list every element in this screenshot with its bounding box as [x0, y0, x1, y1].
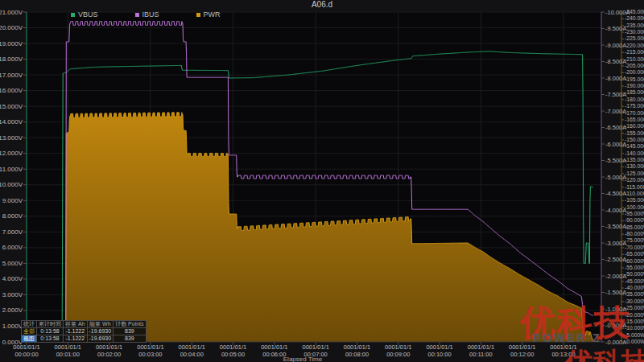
- chart-canvas[interactable]: 21.000V20.000V19.000V18.000V17.000V16.00…: [0, 0, 644, 362]
- svg-text:0001/01/1: 0001/01/1: [509, 343, 535, 351]
- svg-text:7.000V: 7.000V: [2, 228, 23, 236]
- svg-text:-125.000W: -125.000W: [625, 171, 644, 176]
- svg-text:-235.000W: -235.000W: [625, 23, 644, 28]
- axis-voltage-labels: 21.000V20.000V19.000V18.000V17.000V16.00…: [0, 9, 27, 346]
- svg-text:-195.000W: -195.000W: [625, 76, 644, 82]
- svg-text:-155.000W: -155.000W: [625, 130, 644, 136]
- svg-text:8.000V: 8.000V: [2, 212, 23, 220]
- svg-text:-45.000W: -45.000W: [625, 278, 644, 284]
- svg-text:0001/01/1: 0001/01/1: [550, 343, 576, 351]
- svg-text:00:08:00: 00:08:00: [345, 351, 369, 358]
- stats-cell-energy: -19.6930: [87, 335, 114, 343]
- svg-text:-70.000W: -70.000W: [625, 245, 644, 250]
- legend-label-vbus: VBUS: [78, 10, 98, 19]
- svg-text:0001/01/1: 0001/01/1: [261, 343, 287, 351]
- svg-text:-95.000W: -95.000W: [625, 211, 644, 216]
- svg-text:-85.000W: -85.000W: [625, 224, 644, 230]
- stats-header: 能量 Wh: [87, 321, 114, 328]
- svg-text:00:13:00: 00:13:00: [551, 351, 575, 358]
- axis-power-labels: -245.000W-240.000W-235.000W-230.000W-225…: [621, 9, 644, 344]
- stats-row-label: 视图: [22, 335, 37, 343]
- svg-text:-190.000W: -190.000W: [625, 83, 644, 88]
- svg-text:-30.000W: -30.000W: [625, 298, 644, 304]
- svg-text:-75.000W: -75.000W: [625, 237, 644, 243]
- svg-text:2.000V: 2.000V: [2, 306, 23, 314]
- svg-text:12.000V: 12.000V: [0, 150, 23, 157]
- stats-cell-capacity: -1.1222: [64, 335, 88, 343]
- statistics-table: 统计 累计时间 容量 Ah 能量 Wh 计数 Points 全部 0:13:58…: [21, 320, 147, 343]
- svg-text:-6.500A: -6.500A: [605, 124, 626, 131]
- svg-text:00:11:00: 00:11:00: [469, 351, 493, 358]
- svg-text:0001/01/1: 0001/01/1: [468, 343, 494, 351]
- svg-text:0001/01/1: 0001/01/1: [137, 343, 163, 351]
- svg-text:13.000V: 13.000V: [0, 134, 23, 142]
- svg-text:-140.000W: -140.000W: [625, 150, 644, 156]
- svg-text:-9.500A: -9.500A: [605, 25, 626, 32]
- svg-text:0001/01/1: 0001/01/1: [55, 343, 81, 351]
- svg-text:15.000V: 15.000V: [0, 103, 23, 110]
- window-title: A06.d: [0, 0, 644, 11]
- svg-text:-220.000W: -220.000W: [625, 43, 644, 48]
- legend-label-ibus: IBUS: [142, 10, 159, 19]
- svg-text:-8.000A: -8.000A: [605, 75, 626, 82]
- svg-text:00:04:00: 00:04:00: [180, 351, 204, 358]
- svg-text:00:03:00: 00:03:00: [138, 351, 162, 358]
- svg-text:-1.000A: -1.000A: [605, 306, 626, 313]
- svg-text:-105.000W: -105.000W: [625, 197, 644, 203]
- svg-text:-3.500A: -3.500A: [605, 223, 626, 230]
- svg-text:-60.000W: -60.000W: [625, 258, 644, 264]
- svg-text:-175.000W: -175.000W: [625, 103, 644, 109]
- svg-text:19.000V: 19.000V: [0, 40, 23, 47]
- svg-text:-35.000W: -35.000W: [625, 291, 644, 297]
- svg-text:17.000V: 17.000V: [0, 72, 23, 79]
- stats-header: 统计: [22, 321, 37, 328]
- svg-text:-55.000W: -55.000W: [625, 265, 644, 270]
- stats-header-row: 统计 累计时间 容量 Ah 能量 Wh 计数 Points: [22, 321, 147, 328]
- svg-text:1.000V: 1.000V: [2, 323, 23, 330]
- svg-text:-205.000W: -205.000W: [625, 63, 644, 68]
- legend-item-ibus[interactable]: IBUS: [135, 10, 159, 19]
- legend-item-vbus[interactable]: VBUS: [71, 10, 98, 19]
- svg-text:0001/01/1: 0001/01/1: [344, 343, 370, 351]
- svg-text:-40.000W: -40.000W: [625, 285, 644, 290]
- svg-text:0001/01/1: 0001/01/1: [220, 343, 246, 351]
- legend-item-pwr[interactable]: PWR: [196, 10, 221, 19]
- svg-text:-80.000W: -80.000W: [625, 231, 644, 237]
- stats-cell-time: 0:13:58: [37, 335, 64, 343]
- svg-text:-185.000W: -185.000W: [625, 89, 644, 95]
- stats-cell-time: 0:13:58: [37, 328, 64, 335]
- stats-row-label: 全部: [22, 328, 37, 335]
- stats-cell-energy: -19.6930: [87, 328, 114, 335]
- svg-text:-120.000W: -120.000W: [625, 177, 644, 183]
- svg-text:00:00:00: 00:00:00: [14, 351, 38, 358]
- svg-text:-5.000W: -5.000W: [625, 332, 644, 338]
- svg-text:-9.000A: -9.000A: [605, 42, 626, 49]
- svg-text:00:02:00: 00:02:00: [97, 351, 121, 358]
- chart-legend: VBUS IBUS PWR: [71, 10, 258, 19]
- svg-text:-230.000W: -230.000W: [625, 29, 644, 35]
- svg-text:-65.000W: -65.000W: [625, 251, 644, 257]
- svg-text:-215.000W: -215.000W: [625, 49, 644, 55]
- stats-header: 计数 Points: [114, 321, 146, 328]
- svg-text:-0.000W: -0.000W: [625, 339, 644, 344]
- svg-text:00:10:00: 00:10:00: [427, 351, 451, 358]
- svg-text:0001/01/1: 0001/01/1: [179, 343, 205, 351]
- svg-text:-10.000W: -10.000W: [625, 325, 644, 331]
- svg-text:-0.500A: -0.500A: [605, 322, 626, 329]
- svg-text:-115.000W: -115.000W: [625, 184, 644, 190]
- svg-text:-170.000W: -170.000W: [625, 110, 644, 116]
- svg-text:-5.000A: -5.000A: [605, 174, 626, 181]
- svg-text:-180.000W: -180.000W: [625, 97, 644, 102]
- svg-text:-7.500A: -7.500A: [605, 91, 626, 98]
- x-axis-title: Elapsed Time: [283, 356, 323, 362]
- svg-text:14.000V: 14.000V: [0, 118, 23, 125]
- svg-text:5.000V: 5.000V: [2, 260, 23, 267]
- svg-text:00:01:00: 00:01:00: [56, 351, 80, 358]
- stats-header: 累计时间: [37, 321, 64, 328]
- svg-text:6.000V: 6.000V: [2, 244, 23, 251]
- ibus-swatch-icon: [135, 13, 139, 17]
- svg-text:9.000V: 9.000V: [2, 197, 23, 204]
- svg-text:3.000V: 3.000V: [2, 291, 23, 298]
- svg-text:-2.000A: -2.000A: [605, 273, 626, 280]
- svg-text:00:09:00: 00:09:00: [386, 351, 410, 358]
